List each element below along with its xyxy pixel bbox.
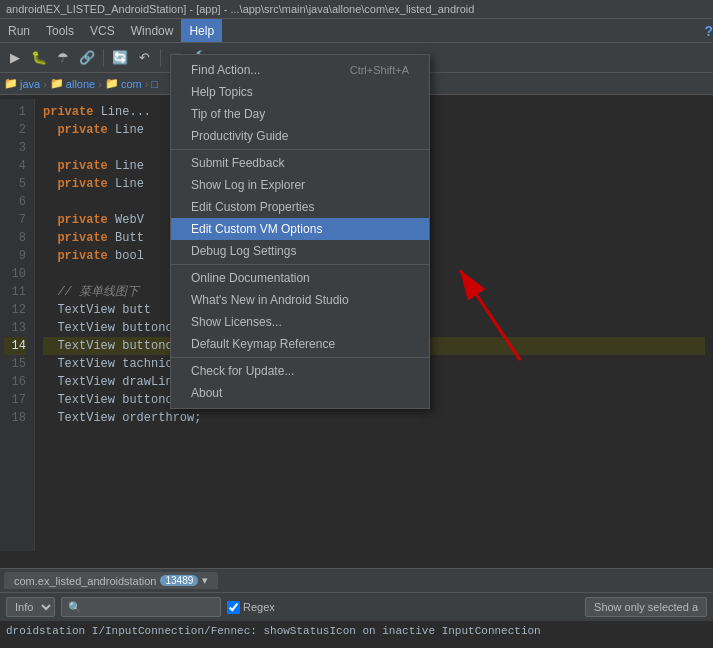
menu-window[interactable]: Window bbox=[123, 19, 182, 42]
log-text: droidstation I/InputConnection/Fennec: s… bbox=[6, 625, 541, 637]
toolbar-btn-sync[interactable]: 🔄 bbox=[109, 47, 131, 69]
log-search-input[interactable] bbox=[61, 597, 221, 617]
toolbar-btn-attach[interactable]: 🔗 bbox=[76, 47, 98, 69]
title-bar: android\EX_LISTED_AndroidStation] - [app… bbox=[0, 0, 713, 19]
dropdown-menu: Find Action... Ctrl+Shift+A Help Topics … bbox=[170, 54, 430, 409]
menu-item-productivity[interactable]: Productivity Guide bbox=[171, 125, 429, 147]
menu-item-edit-properties[interactable]: Edit Custom Properties bbox=[171, 196, 429, 218]
menu-item-licenses[interactable]: Show Licenses... bbox=[171, 311, 429, 333]
menu-bar: Run Tools VCS Window Help ? bbox=[0, 19, 713, 43]
menu-item-debug-log[interactable]: Debug Log Settings bbox=[171, 240, 429, 262]
breadcrumb-allone[interactable]: 📁 allone bbox=[50, 77, 95, 90]
toolbar-btn-undo[interactable]: ↶ bbox=[133, 47, 155, 69]
menu-item-keymap[interactable]: Default Keymap Reference bbox=[171, 333, 429, 355]
bottom-tab-dropdown-icon[interactable]: ▾ bbox=[202, 574, 208, 587]
breadcrumb-java-label: java bbox=[20, 78, 40, 90]
code-line-18: TextView orderthrow; bbox=[43, 409, 705, 427]
menu-item-tip[interactable]: Tip of the Day bbox=[171, 103, 429, 125]
breadcrumb-sep-1: › bbox=[43, 78, 47, 90]
help-icon[interactable]: ? bbox=[704, 23, 713, 39]
menu-item-find-action[interactable]: Find Action... Ctrl+Shift+A bbox=[171, 59, 429, 81]
menu-separator-3 bbox=[171, 357, 429, 358]
menu-item-online-docs[interactable]: Online Documentation bbox=[171, 267, 429, 289]
menu-tools[interactable]: Tools bbox=[38, 19, 82, 42]
regex-label-text: Regex bbox=[243, 601, 275, 613]
menu-item-whats-new[interactable]: What's New in Android Studio bbox=[171, 289, 429, 311]
breadcrumb-com-label: com bbox=[121, 78, 142, 90]
toolbar-btn-coverage[interactable]: ☂ bbox=[52, 47, 74, 69]
folder-icon-2: 📁 bbox=[50, 77, 64, 90]
log-level-select[interactable]: Info bbox=[6, 597, 55, 617]
breadcrumb-com[interactable]: 📁 com bbox=[105, 77, 142, 90]
menu-item-submit-feedback[interactable]: Submit Feedback bbox=[171, 152, 429, 174]
breadcrumb-sep-3: › bbox=[145, 78, 149, 90]
breadcrumb-java[interactable]: 📁 java bbox=[4, 77, 40, 90]
breadcrumb-class[interactable]: □ bbox=[151, 78, 158, 90]
menu-help[interactable]: Help bbox=[181, 19, 222, 42]
menu-item-show-log[interactable]: Show Log in Explorer bbox=[171, 174, 429, 196]
title-text: android\EX_LISTED_AndroidStation] - [app… bbox=[6, 3, 474, 15]
bottom-area: com.ex_listed_androidstation 13489 ▾ Inf… bbox=[0, 568, 713, 648]
menu-item-about[interactable]: About bbox=[171, 382, 429, 404]
bottom-tab-count: 13489 bbox=[160, 575, 198, 586]
bottom-toolbar: Info Regex Show only selected a bbox=[0, 593, 713, 621]
bottom-log: droidstation I/InputConnection/Fennec: s… bbox=[0, 621, 713, 648]
menu-item-help-topics[interactable]: Help Topics bbox=[171, 81, 429, 103]
menu-item-edit-vm-options[interactable]: Edit Custom VM Options bbox=[171, 218, 429, 240]
bottom-tab-logcat[interactable]: com.ex_listed_androidstation 13489 ▾ bbox=[4, 572, 218, 589]
show-only-selected-button[interactable]: Show only selected a bbox=[585, 597, 707, 617]
regex-checkbox[interactable] bbox=[227, 601, 240, 614]
line-numbers: 1 2 3 4 5 6 7 8 9 10 11 12 13 14 15 16 1… bbox=[0, 99, 35, 551]
bottom-tab-label: com.ex_listed_androidstation bbox=[14, 575, 156, 587]
breadcrumb-sep-2: › bbox=[98, 78, 102, 90]
menu-run[interactable]: Run bbox=[0, 19, 38, 42]
bottom-tab-bar: com.ex_listed_androidstation 13489 ▾ bbox=[0, 569, 713, 593]
folder-icon: 📁 bbox=[4, 77, 18, 90]
folder-icon-3: 📁 bbox=[105, 77, 119, 90]
menu-vcs[interactable]: VCS bbox=[82, 19, 123, 42]
toolbar-btn-run[interactable]: ▶ bbox=[4, 47, 26, 69]
menu-item-check-update[interactable]: Check for Update... bbox=[171, 360, 429, 382]
toolbar-separator-2 bbox=[160, 49, 161, 67]
breadcrumb-allone-label: allone bbox=[66, 78, 95, 90]
toolbar-btn-debug[interactable]: 🐛 bbox=[28, 47, 50, 69]
menu-separator-1 bbox=[171, 149, 429, 150]
class-icon: □ bbox=[151, 78, 158, 90]
toolbar-separator-1 bbox=[103, 49, 104, 67]
regex-checkbox-label: Regex bbox=[227, 601, 275, 614]
menu-separator-2 bbox=[171, 264, 429, 265]
